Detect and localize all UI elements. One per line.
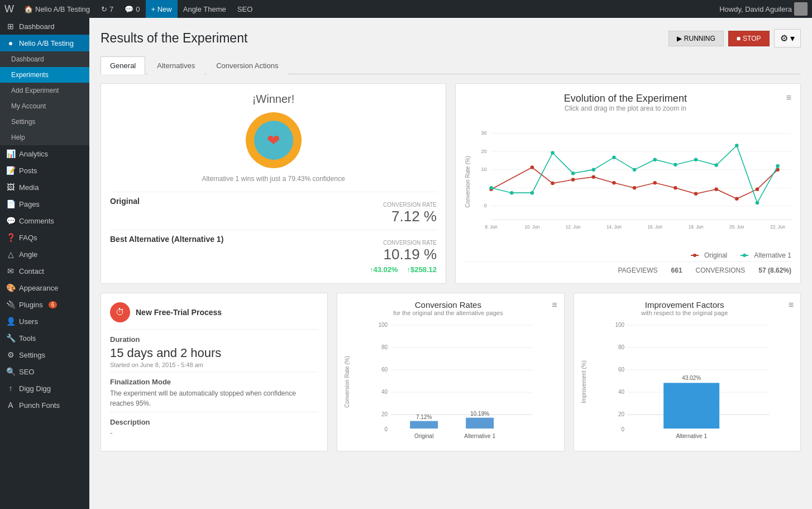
sidebar-item-label: Appearance [19, 284, 58, 292]
analytics-icon: 📊 [6, 149, 16, 158]
conversion-rates-y-axis: Conversion Rate (%) [344, 320, 352, 444]
sidebar-item-label: Comments [19, 217, 54, 225]
sidebar-item-faqs[interactable]: ❓ FAQs [0, 229, 89, 246]
sidebar-item-label: Punch Fonts [19, 401, 60, 410]
svg-point-21 [571, 178, 575, 182]
sidebar-item-analytics[interactable]: 📊 Analytics [0, 145, 89, 162]
svg-rect-79 [663, 383, 719, 429]
sidebar-item-tools[interactable]: 🔧 Tools [0, 330, 89, 346]
svg-point-48 [693, 254, 696, 257]
svg-text:80: 80 [618, 344, 625, 350]
dashboard-icon: ⊞ [6, 22, 16, 31]
svg-point-32 [489, 186, 493, 190]
gear-icon: ⚙ [780, 34, 788, 43]
svg-rect-65 [466, 418, 494, 429]
media-icon: 🖼 [6, 183, 16, 192]
evolution-chart-title: Evolution of the Experiment [465, 93, 786, 104]
svg-point-39 [633, 168, 637, 172]
sidebar-item-my-account[interactable]: My Account [0, 98, 89, 114]
stop-button[interactable]: ■ STOP [728, 31, 770, 46]
sidebar-item-angle[interactable]: △ Angle [0, 246, 89, 263]
sidebar-item-pages[interactable]: 📄 Pages [0, 196, 89, 212]
avatar [794, 2, 808, 16]
winner-icon-container: ❤ [110, 112, 437, 168]
conversion-rates-subtitle: for the original and the alternative pag… [344, 310, 552, 316]
svg-text:7.12%: 7.12% [416, 414, 432, 420]
adminbar-new[interactable]: + New [146, 0, 178, 18]
sidebar-item-contact[interactable]: ✉ Contact [0, 263, 89, 279]
sidebar-item-digg-digg[interactable]: ↑ Digg Digg [0, 380, 89, 397]
sidebar-item-label: Digg Digg [19, 384, 51, 393]
pages-icon: 📄 [6, 199, 16, 208]
evolution-chart-menu[interactable]: ≡ [786, 93, 791, 103]
sidebar-item-label: Contact [19, 267, 44, 275]
settings-button[interactable]: ⚙ ▾ [774, 29, 801, 47]
wp-logo-icon[interactable]: W [4, 3, 14, 15]
improvement-factors-svg: 100 80 60 40 20 0 43.02% Alternative 1 [589, 320, 794, 443]
sidebar-item-media[interactable]: 🖼 Media [0, 179, 89, 196]
sidebar-item-plugins[interactable]: 🔌 Plugins 6 [0, 296, 89, 313]
sidebar-item-settings2[interactable]: ⚙ Settings [0, 346, 89, 363]
duration-section: Duration 15 days and 2 hours Started on … [110, 329, 318, 368]
sidebar-item-settings[interactable]: Settings [0, 114, 89, 130]
sidebar-item-label: Users [19, 317, 38, 326]
sidebar-item-comments[interactable]: 💬 Comments [0, 212, 89, 229]
svg-text:Alternative 1: Alternative 1 [465, 433, 496, 439]
svg-point-22 [592, 175, 596, 179]
adminbar-updates[interactable]: ↻ 7 [95, 0, 119, 18]
home-icon: 🏠 [24, 5, 33, 13]
tabs: General Alternatives Conversion Actions [101, 56, 801, 74]
sidebar-item-seo[interactable]: 🔍 SEO [0, 363, 89, 380]
sidebar-item-add-experiment[interactable]: Add Experiment [0, 83, 89, 98]
improvement-factors-menu[interactable]: ≡ [789, 300, 794, 310]
sidebar-item-dashboard2[interactable]: Dashboard [0, 51, 89, 67]
best-alt-label: Best Alternative (Alternative 1) [110, 235, 223, 244]
sidebar-item-experiments[interactable]: Experiments [0, 67, 89, 83]
sidebar-item-label: Pages [19, 200, 40, 208]
sidebar-item-nelio[interactable]: ● Nelio A/B Testing [0, 35, 89, 51]
sidebar-item-users[interactable]: 👤 Users [0, 313, 89, 330]
faqs-icon: ❓ [6, 233, 16, 242]
svg-point-45 [756, 201, 760, 205]
sidebar-item-posts[interactable]: 📝 Posts [0, 162, 89, 179]
process-card: ⏱ New Free-Trial Process Duration 15 day… [101, 293, 328, 451]
plugins-badge: 6 [49, 301, 58, 308]
sidebar-item-label: Tools [19, 334, 36, 342]
legend-original: Original [691, 251, 727, 259]
sidebar-item-label: Angle [19, 250, 37, 259]
tools-icon: 🔧 [6, 334, 16, 342]
conversion-rates-menu[interactable]: ≡ [552, 300, 557, 310]
sidebar-item-label: Settings [11, 118, 35, 126]
winner-icon-inner: ❤ [254, 121, 293, 160]
original-stat: Original CONVERSION RATE 7.12 % [110, 192, 437, 225]
sidebar-item-help[interactable]: Help [0, 130, 89, 145]
finalization-text: The experiment will be automatically sto… [110, 388, 318, 408]
adminbar-site[interactable]: 🏠 Nelio A/B Testing [18, 0, 95, 18]
nelio-icon: ● [6, 39, 16, 47]
svg-text:10: 10 [481, 167, 486, 172]
top-grid: ¡Winner! ❤ Alternative 1 wins with just … [101, 83, 801, 284]
improvement-factors-y-axis: Improvement (%) [581, 320, 589, 444]
adminbar-comments[interactable]: 💬 0 [119, 0, 145, 18]
tab-conversion-actions[interactable]: Conversion Actions [207, 56, 288, 74]
running-button[interactable]: ▶ RUNNING [668, 31, 724, 46]
tab-alternatives[interactable]: Alternatives [147, 56, 204, 74]
adminbar-theme[interactable]: Angle Theme [178, 0, 232, 18]
seo-icon: 🔍 [6, 367, 16, 376]
sidebar-item-punch-fonts[interactable]: A Punch Fonts [0, 397, 89, 413]
sidebar-item-dashboard[interactable]: ⊞ Dashboard [0, 18, 89, 35]
evolution-legend: Original Alternative 1 [465, 251, 791, 259]
winner-title: ¡Winner! [110, 93, 437, 106]
sidebar-item-appearance[interactable]: 🎨 Appearance [0, 279, 89, 296]
comments-icon: 💬 [125, 5, 133, 13]
svg-point-29 [735, 197, 739, 201]
tab-general[interactable]: General [101, 56, 145, 74]
svg-text:18. Jun: 18. Jun [689, 225, 704, 230]
improvement1: ↑43.02% [370, 265, 398, 274]
evolution-chart-subtitle: Click and drag in the plot area to zoom … [465, 104, 786, 112]
page-title: Results of the Experiment [101, 31, 247, 46]
adminbar-seo[interactable]: SEO [232, 0, 258, 18]
play-icon: ▶ [677, 35, 682, 42]
appearance-icon: 🎨 [6, 283, 16, 292]
svg-point-34 [531, 191, 534, 195]
